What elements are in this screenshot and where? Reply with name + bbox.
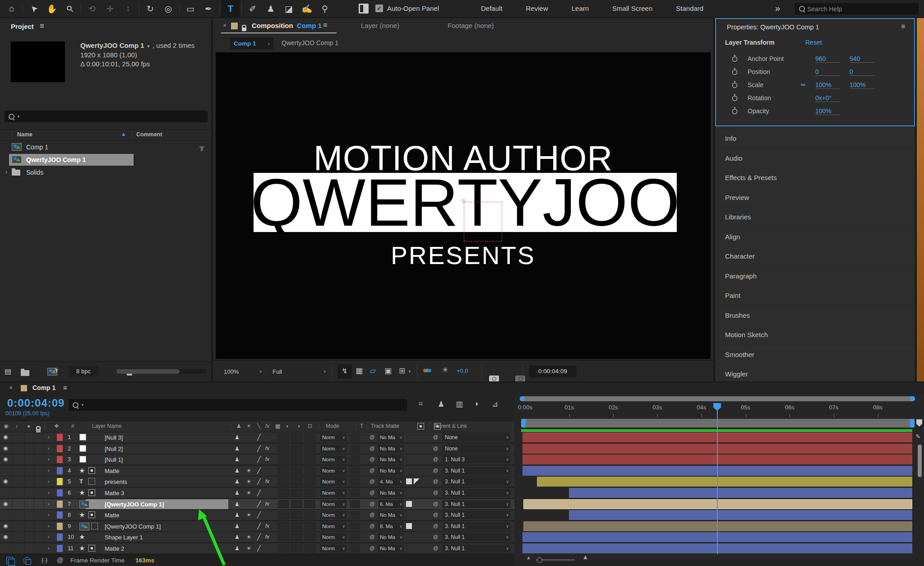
parent-dropdown[interactable]: 3. Null 1∨ [442, 478, 511, 486]
mode-dropdown[interactable]: Norm∨ [320, 478, 346, 486]
workspace-review[interactable]: Review [514, 0, 560, 17]
stopwatch-icon[interactable] [731, 107, 738, 115]
project-item-name[interactable]: QwertyJOO Comp 1 [80, 42, 144, 49]
alpha-matte-toggle-icon[interactable] [406, 523, 412, 529]
parent-pickwhip-icon[interactable]: @ [433, 468, 438, 473]
panel-tab-motion-sketch[interactable]: Motion Sketch [715, 325, 915, 344]
selection-tool[interactable]: ➤ [25, 0, 43, 17]
rectangle-tool[interactable]: ▭ [181, 0, 199, 17]
panel-menu-icon[interactable]: ≡ [901, 23, 905, 31]
collapse-switch-icon[interactable]: ☀ [246, 478, 251, 485]
eye-icon[interactable]: ◉ [3, 523, 8, 529]
label-color-swatch[interactable] [57, 467, 63, 474]
text-selection-box[interactable] [464, 202, 502, 241]
current-timecode[interactable]: 0:00:04:09 [7, 397, 65, 409]
alpha-matte-toggle-icon[interactable] [406, 478, 412, 484]
layer-row-1[interactable]: ◉›1[Null 3]♟╱Norm∨@No Ma∨@None∨ [0, 432, 514, 442]
panel-tab-effects-presets[interactable]: Effects & Presets [715, 168, 915, 187]
layer-row-11[interactable]: ›11★Matte 2♟☀╱Norm∨@No Ma∨@3. Null 1∨ [0, 543, 514, 553]
matte-pickwhip-icon[interactable]: @ [370, 434, 374, 440]
layer-bar-6[interactable] [569, 488, 912, 498]
collapse-switch-icon[interactable]: ☀ [246, 534, 251, 540]
layer-row-3[interactable]: ◉›3[Null 1]♟╱fxNorm∨@No Ma∨@1. Null 3∨ [0, 455, 514, 464]
breadcrumb-parent[interactable]: QwertyJOO Comp 1 [282, 39, 338, 46]
playhead-line[interactable] [717, 403, 718, 554]
fx-header-icon[interactable]: fx [265, 423, 269, 429]
timeline-zoom-slider[interactable] [536, 559, 575, 561]
quality-switch-icon[interactable]: ╱ [257, 445, 261, 452]
panel-menu-icon[interactable]: ≡ [40, 22, 44, 31]
tab-layer[interactable]: Layer (none) [361, 22, 399, 29]
track-matte-dropdown[interactable]: No Ma∨ [378, 467, 404, 475]
mode-dropdown[interactable]: Norm∨ [320, 455, 346, 464]
layer-row-2[interactable]: ◉›2[Null 2]♟╱fxNorm∨@No Ma∨@None∨ [0, 444, 514, 454]
layer-name[interactable]: [QwertyJOO Comp 1] [105, 523, 161, 530]
orbit-tool[interactable]: ⟲ [83, 0, 101, 17]
quality-switch-icon[interactable]: ╱ [257, 478, 261, 485]
panel-tab-paragraph[interactable]: Paragraph [715, 267, 915, 285]
parent-dropdown[interactable]: 3. Null 1∨ [442, 533, 511, 541]
matte-pickwhip-icon[interactable]: @ [370, 501, 374, 506]
parent-pickwhip-icon[interactable]: @ [433, 456, 438, 462]
grid-guides-icon[interactable]: ⊞ [399, 366, 405, 376]
matte-pickwhip-icon[interactable]: @ [370, 512, 374, 517]
layer-row-7[interactable]: ◉›7[QwertyJOO Comp 1]♟╱fxNorm∨@6. Ma∨@3.… [0, 499, 514, 509]
quality-switch-icon[interactable]: ╱ [257, 511, 261, 518]
panel-menu-icon[interactable]: ≡ [323, 21, 327, 29]
parent-pickwhip-icon[interactable]: @ [433, 523, 438, 529]
parent-pickwhip-icon[interactable]: @ [433, 478, 438, 484]
mode-dropdown[interactable]: Norm∨ [320, 511, 346, 519]
workspace-learn[interactable]: Learn [560, 0, 601, 17]
layer-name[interactable]: [Null 1] [105, 456, 123, 463]
parent-pickwhip-icon[interactable]: @ [433, 545, 438, 551]
column-layer-name[interactable]: Layer Name [92, 423, 121, 429]
matte-pickwhip-icon[interactable]: @ [370, 523, 374, 529]
track-matte-dropdown[interactable]: No Ma∨ [378, 533, 404, 541]
label-color-swatch[interactable] [57, 445, 63, 452]
property-value[interactable]: 0x+0° [815, 94, 841, 102]
panel-menu-icon[interactable]: ≡ [63, 384, 67, 391]
track-matte-dropdown[interactable]: No Ma∨ [378, 445, 404, 453]
matte-pickwhip-icon[interactable]: @ [370, 456, 374, 462]
pen-tool[interactable]: ✒ [199, 0, 217, 17]
layer-bar-5[interactable] [537, 477, 912, 487]
workspace-standard[interactable]: Standard [664, 0, 715, 17]
parent-pickwhip-icon[interactable]: @ [433, 534, 438, 539]
collapse-header-icon[interactable]: ☀ [246, 423, 251, 429]
home-tool[interactable]: ⌂ [3, 0, 21, 17]
label-color-swatch[interactable] [57, 456, 63, 463]
puppet-pin-tool[interactable]: ⚲ [316, 0, 334, 17]
graph-editor-icon[interactable]: ⊿ [492, 399, 498, 409]
mask-visibility-icon[interactable]: ▱ [370, 366, 376, 376]
timeline-horizontal-scrollbar[interactable] [520, 396, 915, 401]
eye-icon[interactable]: ◉ [3, 445, 8, 451]
project-search-input[interactable]: ▼ [5, 111, 208, 122]
quality-header-icon[interactable]: ╲ [257, 423, 260, 429]
motion-blur-header-icon[interactable]: ◐ [286, 423, 289, 429]
track-matte-dropdown[interactable]: No Ma∨ [378, 489, 404, 497]
property-value[interactable]: 0 [815, 68, 841, 76]
eraser-tool[interactable]: ◪ [280, 0, 298, 17]
property-value[interactable]: 100% [815, 81, 841, 89]
comp-mini-flowchart-icon[interactable]: ⌗ [419, 399, 423, 408]
fx-switch-icon[interactable]: fx [265, 478, 269, 484]
panel-tab-brushes[interactable]: Brushes [715, 306, 915, 325]
snail-icon[interactable]: @ [57, 557, 63, 564]
track-matte-dropdown[interactable]: 6. Ma∨ [378, 500, 404, 508]
label-color-swatch[interactable] [57, 534, 63, 541]
property-value[interactable]: 100% [815, 107, 841, 115]
shy-switch-icon[interactable]: ♟ [235, 478, 240, 485]
mode-dropdown[interactable]: Norm∨ [320, 467, 346, 475]
expand-chevron-icon[interactable]: › [48, 523, 50, 529]
parent-dropdown[interactable]: 3. Null 1∨ [442, 489, 511, 497]
magnification-dropdown[interactable]: 100% ∨ [219, 366, 263, 377]
mode-dropdown[interactable]: Norm∨ [320, 489, 346, 497]
label-color-swatch[interactable] [57, 434, 63, 441]
panel-tab-paint[interactable]: Paint [715, 286, 915, 305]
collapse-switch-icon[interactable]: ☀ [246, 545, 251, 552]
mode-dropdown[interactable]: Norm∨ [320, 433, 346, 441]
matte-pickwhip-icon[interactable]: @ [370, 545, 374, 551]
timeline-vertical-scrollbar[interactable] [918, 445, 922, 477]
column-comment[interactable]: Comment [136, 131, 162, 138]
pen-marker-icon[interactable]: ✎ [915, 433, 921, 440]
